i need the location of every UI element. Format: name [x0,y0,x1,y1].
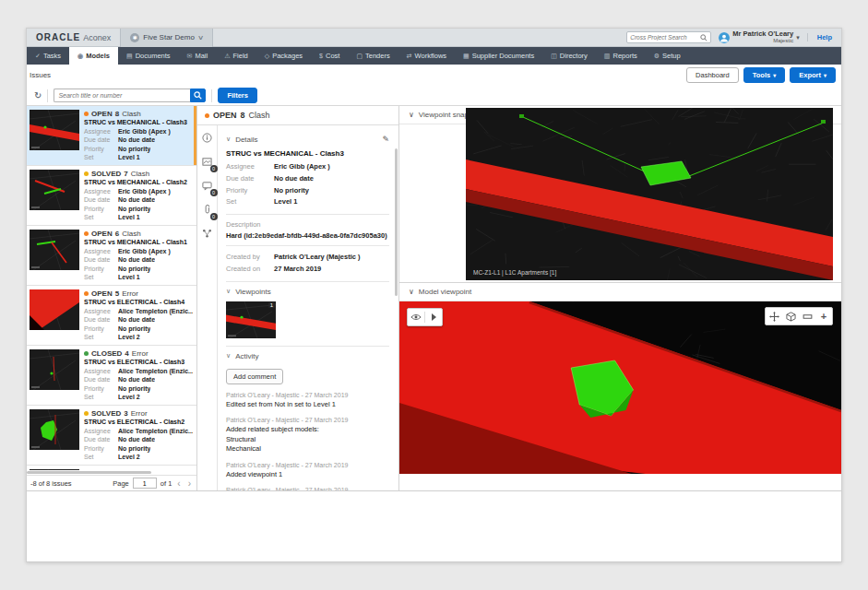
priority-value: No priority [118,324,150,333]
activity-meta: Patrick O'Leary - Majestic - 27 March 20… [226,417,389,423]
orbit-cube-icon[interactable] [782,308,799,324]
search-icon[interactable] [700,34,707,41]
export-button[interactable]: Export▾ [790,67,836,83]
cross-project-search-input[interactable] [630,34,700,41]
viewpoint-image-icon[interactable]: 0 [202,157,213,168]
nav-item-tasks[interactable]: ✓ Tasks [27,47,69,65]
set-value: Level 2 [118,393,140,401]
zoom-out-icon[interactable] [799,308,815,324]
set-label: Set [84,213,118,221]
comment-icon[interactable]: 0 [202,181,213,192]
attachment-icon[interactable]: 0 [202,205,213,216]
nav-item-models[interactable]: ◉ Models [69,47,118,65]
activity-text: Edited set from Not in set to Level 1 [226,400,389,410]
info-icon[interactable] [202,133,213,144]
issue-type: Clash [122,110,140,118]
nav-label: Cost [326,52,339,60]
chevron-down-icon[interactable]: ∨ [226,288,231,295]
user-menu[interactable]: Mr Patrick O'Leary Majestic ▾ [719,30,800,44]
gear-icon: ⚙ [654,53,660,60]
dashboard-button[interactable]: Dashboard [686,67,739,83]
refresh-icon[interactable]: ↻ [34,90,42,100]
nav-label: Models [86,52,110,60]
chevron-down-icon: ∨ [197,34,204,41]
issue-search-input[interactable] [54,88,190,102]
set-value: Level 2 [118,453,140,461]
nav-item-field[interactable]: ⚠ Field [216,47,256,65]
issue-card[interactable]: CLOSED 4 Error STRUC vs ELECTRICAL - Cla… [27,346,196,406]
user-name: Mr Patrick O'Leary [732,30,793,38]
chevron-down-icon[interactable]: ∨ [409,111,414,119]
nav-item-documents[interactable]: ▤ Documents [118,47,179,65]
activity-text: Structural [226,435,389,445]
assignee-label: Assignee [84,247,118,255]
help-link[interactable]: Help [807,33,832,41]
issue-card[interactable]: OPEN 6 Clash STRUC vs MECHANICAL - Clash… [27,226,196,286]
edit-icon[interactable]: ✎ [382,135,389,144]
viewer-toolbar-left [407,308,443,326]
avatar [719,32,730,43]
model-section-title: Model viewpoint [419,288,471,296]
nav-item-packages[interactable]: ◇ Packages [256,47,311,65]
assignee-value: Alice Templeton (Enzic... [118,367,193,375]
export-label: Export [799,71,821,79]
zoom-in-icon[interactable]: + [815,308,832,324]
assignee-label: Assignee [84,307,118,315]
chevron-down-icon[interactable]: ∨ [409,288,414,296]
issue-card[interactable]: OPEN 5 Error STRUC vs ELECTRICAL - Clash… [27,286,196,346]
nav-item-reports[interactable]: ▥ Reports [596,47,646,65]
pan-icon[interactable] [766,308,782,324]
chart-icon: ▥ [604,53,611,60]
activity-entry: Patrick O'Leary - Majestic - 27 March 20… [226,417,389,454]
nav-item-mail[interactable]: ✉ Mail [179,47,217,65]
issue-status: CLOSED [91,349,122,358]
chevron-down-icon[interactable]: ∨ [226,136,231,143]
issue-card[interactable]: OPEN 8 Clash STRUC vs MECHANICAL - Clash… [27,106,196,166]
cross-project-search[interactable] [626,31,711,43]
nav-item-cost[interactable]: $ Cost [311,47,348,65]
issue-thumbnail [30,230,79,270]
nav-item-tenders[interactable]: ▢ Tenders [348,47,398,65]
priority-label: Priority [84,444,118,453]
horizontal-scrollbar[interactable] [27,470,196,475]
search-toolbar: ↻ Filters [27,86,841,106]
expand-toolbar-icon[interactable] [425,309,442,325]
viewpoint-snapshot-section: ∨ Viewpoint snapshot MC-Z1-L1 | [399,106,841,283]
issue-card[interactable]: SOLVED 7 Clash STRUC vs MECHANICAL - Cla… [27,166,196,226]
scrollbar-thumb[interactable] [27,471,151,474]
nav-item-supplier-documents[interactable]: ▦ Supplier Documents [455,47,542,65]
previous-page-button[interactable]: ‹ [175,478,182,489]
tools-button[interactable]: Tools▾ [743,67,785,83]
due-date-value: No due date [118,255,155,264]
set-value: Level 2 [118,333,140,341]
due-date-value: No due date [274,173,314,185]
viewpoint-snapshot-image[interactable]: MC-Z1-L1 | L1C Apartments [1] [466,108,833,280]
issue-card[interactable]: SOLVED 3 Error STRUC vs ELECTRICAL - Cla… [27,406,196,466]
model-3d-viewer[interactable] [399,301,841,474]
project-selector[interactable]: ✱ Five Star Demo ∨ [120,29,213,47]
search-button[interactable] [190,88,206,102]
nav-item-directory[interactable]: ◫ Directory [542,47,596,65]
vertical-scrollbar[interactable] [395,148,398,296]
brand-aconex: Aconex [83,33,111,42]
top-header: ORACLE Aconex ✱ Five Star Demo ∨ Mr Patr… [27,29,841,47]
set-label: Set [84,153,118,161]
page-number-input[interactable] [133,478,157,489]
add-comment-button[interactable]: Add comment [226,369,283,384]
page-title: Issues [30,71,51,79]
viewpoint-thumbnail[interactable]: 1 [226,301,276,338]
viewer-toolbar-right: + [765,307,833,325]
chevron-down-icon[interactable]: ∨ [226,352,231,360]
next-page-button[interactable]: › [186,478,193,489]
nav-item-workflows[interactable]: ⇄ Workflows [398,47,455,65]
priority-label: Priority [84,145,118,153]
dashboard-label: Dashboard [696,71,730,79]
related-items-icon[interactable] [202,229,213,240]
search-icon [194,91,202,100]
tools-label: Tools [753,71,770,79]
filters-button[interactable]: Filters [218,88,257,103]
priority-label: Priority [226,185,274,197]
visibility-eye-icon[interactable] [408,309,424,325]
nav-item-setup[interactable]: ⚙ Setup [646,47,689,65]
assignee-value: Eric Gibb (Apex ) [118,187,171,195]
